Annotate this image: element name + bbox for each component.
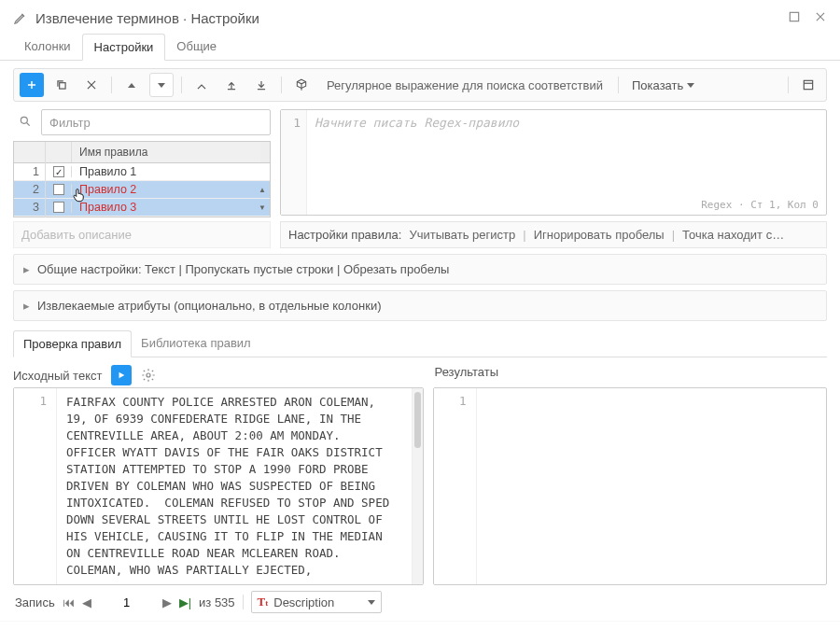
description-input[interactable]: Добавить описание (13, 221, 271, 248)
show-dropdown[interactable]: Показать (626, 78, 700, 92)
svg-point-3 (21, 117, 27, 123)
table-row[interactable]: 3 Правило 3 ▼ (14, 199, 270, 217)
rule-options-label: Настройки правила: (288, 228, 401, 242)
general-settings-accordion[interactable]: ▸Общие настройки: Текст | Пропускать пус… (13, 254, 827, 285)
run-test-button[interactable] (111, 365, 132, 385)
source-text-body: FAIRFAX COUNTY POLICE ARRESTED ARON COLE… (57, 388, 412, 584)
tab-common[interactable]: Общие (165, 34, 228, 60)
svg-rect-1 (60, 83, 65, 89)
text-type-icon: Tt (258, 595, 269, 609)
regex-status: Regex · Ст 1, Кол 0 (701, 199, 819, 211)
svg-point-4 (147, 373, 150, 377)
search-icon (13, 109, 37, 133)
opt-dotall[interactable]: Точка находит с… (682, 228, 784, 242)
filter-input[interactable] (41, 109, 271, 135)
subtabs: Проверка правил Библиотека правил (13, 330, 827, 357)
close-icon[interactable] (814, 10, 827, 26)
results-label: Результаты (431, 357, 827, 387)
extracted-attrs-accordion[interactable]: ▸Извлекаемые атрибуты (опционально, в от… (13, 290, 827, 321)
source-text-label: Исходный текст (13, 369, 102, 383)
table-row[interactable]: 2 Правило 2 ▲ (14, 181, 270, 199)
nav-first-icon[interactable]: ⏮ (63, 595, 75, 609)
rules-header-row: Имя правила (14, 142, 270, 163)
rule-name: Правило 1 (72, 165, 259, 178)
opt-ignore-ws[interactable]: Игнорировать пробелы (534, 228, 665, 242)
rule-checkbox[interactable] (53, 202, 64, 213)
rule-name: Правило 2 (72, 183, 259, 196)
import-button[interactable] (189, 73, 214, 97)
tab-columns[interactable]: Колонки (13, 34, 82, 60)
nav-prev-icon[interactable]: ◀ (82, 595, 91, 609)
toolbar-regex-label: Регулярное выражение для поиска соответс… (319, 78, 610, 92)
tab-settings[interactable]: Настройки (82, 34, 166, 61)
svg-rect-0 (790, 12, 798, 21)
record-total: из 535 (199, 595, 235, 609)
move-up-button[interactable] (119, 73, 144, 97)
column-select[interactable]: Tt Description (251, 591, 382, 613)
results-body (477, 388, 826, 584)
scrollbar[interactable] (412, 388, 423, 584)
move-down-button[interactable] (149, 73, 174, 97)
record-number-input[interactable] (99, 595, 155, 610)
upload-button[interactable] (219, 73, 244, 97)
table-row[interactable]: 1 ✓ Правило 1 (14, 163, 270, 181)
duplicate-button[interactable] (49, 73, 74, 97)
svg-rect-2 (804, 80, 812, 89)
delete-button[interactable] (79, 73, 104, 97)
nav-next-icon[interactable]: ▶ (162, 595, 172, 609)
chevron-down-icon (368, 600, 375, 605)
rules-table: Имя правила 1 ✓ Правило 1 2 Правило 2 ▲ (13, 141, 271, 217)
regex-editor[interactable]: 1 Начните писать Regex-правило Regex · С… (280, 109, 827, 216)
rule-checkbox[interactable]: ✓ (53, 166, 64, 177)
results-pane[interactable]: 1 (433, 387, 827, 585)
maximize-icon[interactable] (788, 10, 801, 26)
footer: Выполнить OK Отмена (0, 621, 840, 630)
rule-name: Правило 3 (72, 201, 259, 214)
layout-button[interactable] (796, 73, 820, 97)
download-button[interactable] (249, 73, 273, 97)
opt-case[interactable]: Учитывать регистр (409, 228, 515, 242)
toolbar: Регулярное выражение для поиска соответс… (13, 68, 827, 102)
source-text-pane[interactable]: 1 FAIRFAX COUNTY POLICE ARRESTED ARON CO… (13, 387, 424, 585)
add-rule-button[interactable] (20, 73, 44, 97)
nav-last-icon[interactable]: ▶| (179, 595, 191, 609)
titlebar: Извлечение терминов · Настройки (0, 0, 840, 34)
record-label: Запись (15, 595, 55, 609)
edit-icon (13, 10, 28, 25)
main-tabs: Колонки Настройки Общие (0, 34, 840, 61)
gear-icon[interactable] (141, 368, 156, 383)
subtab-check-rules[interactable]: Проверка правил (13, 330, 132, 357)
subtab-rule-library[interactable]: Библиотека правил (132, 330, 260, 357)
package-button[interactable] (289, 73, 314, 97)
rule-checkbox[interactable] (53, 184, 64, 195)
rules-header-name[interactable]: Имя правила (72, 142, 260, 162)
record-nav: Запись ⏮ ◀ ▶ ▶| из 535 Tt Description (13, 585, 827, 613)
window-title: Извлечение терминов · Настройки (35, 10, 788, 26)
rule-options-bar: Настройки правила: Учитывать регистр| Иг… (280, 221, 827, 248)
